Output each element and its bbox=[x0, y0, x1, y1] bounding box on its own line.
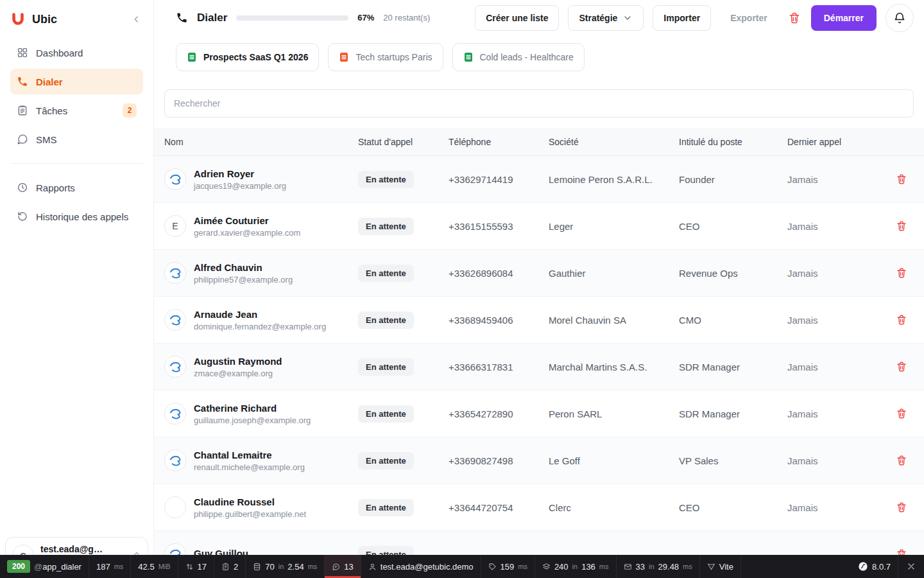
contact-email: philippine57@example.org bbox=[194, 275, 293, 285]
letter-avatar: E bbox=[164, 215, 186, 237]
status-badge: En attente bbox=[358, 358, 414, 376]
sidebar-item-rapports[interactable]: Rapports bbox=[10, 175, 143, 200]
table-row[interactable]: Chantal Lemaitrerenault.michele@example.… bbox=[154, 437, 924, 484]
trash-icon bbox=[788, 12, 801, 24]
dialer-phone-icon bbox=[176, 12, 188, 24]
job-title-cell: Revenue Ops bbox=[679, 268, 787, 279]
phone-cell: +33690827498 bbox=[449, 455, 549, 466]
delete-row-button[interactable] bbox=[893, 405, 910, 422]
search-input[interactable] bbox=[164, 89, 914, 118]
toolbar-memory-panel[interactable]: 42.5 MiB bbox=[131, 555, 178, 578]
delete-row-button[interactable] bbox=[893, 499, 910, 516]
app-title: Ubic bbox=[32, 13, 124, 26]
trash-icon bbox=[896, 314, 907, 326]
delete-row-button[interactable] bbox=[893, 358, 910, 375]
history-icon bbox=[17, 211, 28, 222]
sidebar-item-label: Rapports bbox=[36, 182, 75, 193]
strategy-dropdown[interactable]: Stratégie bbox=[568, 5, 644, 31]
toolbar-close-button[interactable] bbox=[898, 555, 924, 578]
app-window: Ubic Dashboard Dialer bbox=[0, 0, 924, 578]
toolbar-translations-panel[interactable]: 13 bbox=[325, 555, 361, 578]
last-call-cell: Jamais bbox=[787, 268, 818, 279]
last-call-cell: Jamais bbox=[787, 174, 818, 185]
toolbar-security-panel[interactable]: test.eada@getubic.demo bbox=[361, 555, 481, 578]
notifications-button[interactable] bbox=[886, 4, 914, 32]
toolbar-queries-panel[interactable]: 240 in 136 ms bbox=[535, 555, 617, 578]
envelope-icon bbox=[624, 563, 632, 571]
trash-icon bbox=[896, 173, 907, 185]
delete-row-button[interactable] bbox=[893, 218, 910, 234]
toolbar-messenger-panel[interactable]: 33 in 29.48 ms bbox=[617, 555, 700, 578]
sheet-icon-orange bbox=[339, 52, 349, 62]
toolbar-request-panel[interactable]: 200 @app_dialer bbox=[0, 555, 89, 578]
trash-icon bbox=[896, 408, 907, 419]
table-row[interactable]: Catherine Richardguillaume.joseph@exampl… bbox=[154, 390, 924, 437]
delete-list-button[interactable] bbox=[787, 12, 802, 24]
sidebar-item-historique[interactable]: Historique des appels bbox=[10, 204, 143, 229]
sidebar-item-taches[interactable]: Tâches 2 bbox=[10, 98, 143, 123]
page-title: Dialer bbox=[197, 12, 227, 24]
delete-row-button[interactable] bbox=[893, 311, 910, 328]
toolbar-cache-panel[interactable]: 70 in 2.54 ms bbox=[246, 555, 325, 578]
delete-row-button[interactable] bbox=[893, 452, 910, 469]
import-button[interactable]: Importer bbox=[653, 5, 711, 31]
close-icon bbox=[907, 562, 916, 571]
table-row[interactable]: Arnaude Jeandominique.fernandez@example.… bbox=[154, 297, 924, 344]
sidebar-divider bbox=[10, 163, 143, 164]
delete-row-button[interactable] bbox=[893, 265, 910, 281]
delete-row-button[interactable] bbox=[893, 171, 910, 188]
sidebar-item-sms[interactable]: SMS bbox=[10, 127, 143, 152]
status-badge: En attente bbox=[358, 265, 414, 282]
toolbar-forms-panel[interactable]: 2 bbox=[214, 555, 246, 578]
company-cell: Morel Chauvin SA bbox=[549, 315, 679, 326]
dashboard-icon bbox=[17, 47, 28, 58]
header-actions: Créer une liste Stratégie Importer Expor… bbox=[475, 4, 914, 32]
status-badge: En attente bbox=[358, 499, 414, 516]
list-tab-tech-startups[interactable]: Tech startups Paris bbox=[328, 43, 443, 71]
list-tab-cold-leads[interactable]: Cold leads - Healthcare bbox=[452, 43, 585, 71]
sidebar-item-dialer[interactable]: Dialer bbox=[10, 69, 143, 94]
status-badge: En attente bbox=[358, 311, 414, 329]
table-row[interactable]: Adrien Royerjacques19@example.orgEn atte… bbox=[154, 156, 924, 203]
dialer-header: Dialer 67% 20 restant(s) Créer une liste… bbox=[154, 0, 924, 35]
company-logo-avatar bbox=[164, 356, 186, 378]
toolbar-time-panel[interactable]: 187 ms bbox=[89, 555, 131, 578]
phone-cell: +33615155593 bbox=[449, 221, 549, 232]
list-tabs: Prospects SaaS Q1 2026 Tech startups Par… bbox=[154, 35, 924, 71]
sidebar-item-dashboard[interactable]: Dashboard bbox=[10, 40, 143, 66]
company-logo-avatar bbox=[164, 168, 186, 190]
symfony-logo-icon bbox=[858, 561, 868, 572]
clipboard-icon bbox=[221, 563, 230, 571]
company-cell: Le Goff bbox=[549, 455, 679, 466]
progress-bar bbox=[236, 15, 348, 21]
last-call-cell: Jamais bbox=[787, 221, 818, 232]
start-button[interactable]: Démarrer bbox=[811, 5, 877, 31]
toolbar-render-panel[interactable]: 159 ms bbox=[481, 555, 535, 578]
list-tab-prospects[interactable]: Prospects SaaS Q1 2026 bbox=[176, 43, 319, 71]
status-badge: En attente bbox=[358, 218, 414, 235]
toolbar-vite-panel[interactable]: Vite bbox=[700, 555, 741, 578]
strategy-label: Stratégie bbox=[579, 13, 617, 23]
company-cell: Gauthier bbox=[549, 268, 679, 279]
tag-icon bbox=[488, 563, 497, 571]
sidebar-collapse-button[interactable] bbox=[130, 13, 143, 26]
chat-bubble-icon bbox=[17, 134, 28, 145]
table-row[interactable]: Claudine Rousselphilippe.guilbert@exampl… bbox=[154, 484, 924, 531]
table-row[interactable]: Alfred Chauvinphilippine57@example.orgEn… bbox=[154, 250, 924, 297]
create-list-button[interactable]: Créer une liste bbox=[475, 5, 559, 31]
table-body: Adrien Royerjacques19@example.orgEn atte… bbox=[154, 156, 924, 578]
export-button[interactable]: Exporter bbox=[720, 5, 778, 31]
table-row[interactable]: EAimée Couturiergerard.xavier@example.co… bbox=[154, 203, 924, 250]
symfony-debug-toolbar: 200 @app_dialer 187 ms 42.5 MiB 17 2 70 … bbox=[0, 555, 924, 578]
trash-icon bbox=[896, 267, 907, 279]
contact-email: gerard.xavier@example.com bbox=[194, 228, 300, 238]
last-call-cell: Jamais bbox=[787, 455, 818, 466]
company-logo-avatar bbox=[164, 309, 186, 331]
toolbar-requests-panel[interactable]: 17 bbox=[178, 555, 214, 578]
contact-email: guillaume.joseph@example.org bbox=[194, 416, 311, 425]
column-header-nom: Nom bbox=[164, 137, 358, 147]
table-row[interactable]: Augustin Raymondzmace@example.orgEn atte… bbox=[154, 344, 924, 390]
column-header-poste: Intitulé du poste bbox=[679, 137, 787, 147]
sidebar: Ubic Dashboard Dialer bbox=[0, 0, 154, 578]
toolbar-symfony-version[interactable]: 8.0.7 bbox=[851, 555, 898, 578]
